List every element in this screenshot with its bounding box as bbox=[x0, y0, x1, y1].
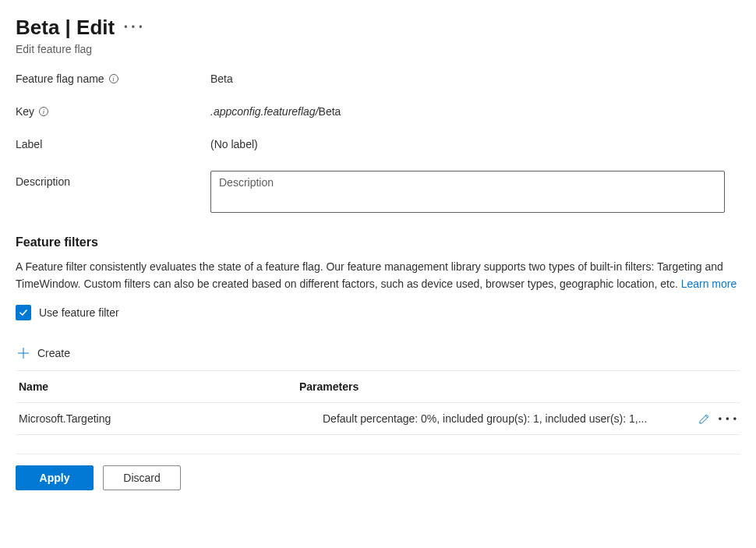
column-header-parameters: Parameters bbox=[299, 380, 694, 393]
use-feature-filter-checkbox[interactable] bbox=[16, 305, 31, 320]
info-icon[interactable]: i bbox=[109, 74, 118, 83]
page-subtitle: Edit feature flag bbox=[16, 43, 740, 55]
key-value: .appconfig.featureflag/Beta bbox=[210, 105, 740, 118]
filters-table: Name Parameters Microsoft.Targeting Defa… bbox=[16, 370, 740, 435]
description-label: Description bbox=[16, 175, 70, 188]
table-row[interactable]: Microsoft.Targeting Default percentage: … bbox=[16, 403, 740, 435]
more-icon[interactable]: • • • bbox=[719, 414, 737, 423]
svg-line-2 bbox=[705, 416, 708, 419]
page-title: Beta | Edit bbox=[16, 16, 115, 40]
key-label: Key bbox=[16, 105, 34, 118]
label-label: Label bbox=[16, 138, 42, 150]
apply-button[interactable]: Apply bbox=[16, 465, 94, 490]
filter-name: Microsoft.Targeting bbox=[19, 412, 299, 425]
create-filter-button[interactable]: Create bbox=[16, 339, 740, 370]
more-icon[interactable]: • • • bbox=[124, 22, 143, 34]
key-prefix: .appconfig.featureflag/ bbox=[210, 105, 319, 118]
feature-filters-description: A Feature filter consistently evaluates … bbox=[16, 259, 740, 292]
info-icon[interactable]: i bbox=[39, 107, 48, 116]
flag-name-value: Beta bbox=[210, 72, 740, 85]
use-feature-filter-label: Use feature filter bbox=[39, 306, 119, 319]
create-label: Create bbox=[37, 347, 70, 359]
key-name: Beta bbox=[319, 105, 341, 118]
checkmark-icon bbox=[18, 307, 29, 318]
feature-filters-heading: Feature filters bbox=[16, 235, 740, 249]
discard-button[interactable]: Discard bbox=[103, 465, 181, 490]
learn-more-link[interactable]: Learn more bbox=[681, 278, 737, 290]
description-input[interactable] bbox=[210, 171, 725, 213]
edit-icon[interactable] bbox=[698, 412, 711, 425]
column-header-name: Name bbox=[19, 380, 299, 393]
filter-parameters: Default percentage: 0%, included group(s… bbox=[299, 412, 694, 425]
flag-name-label: Feature flag name bbox=[16, 72, 104, 85]
plus-icon bbox=[17, 347, 30, 359]
label-value: (No label) bbox=[210, 138, 740, 150]
